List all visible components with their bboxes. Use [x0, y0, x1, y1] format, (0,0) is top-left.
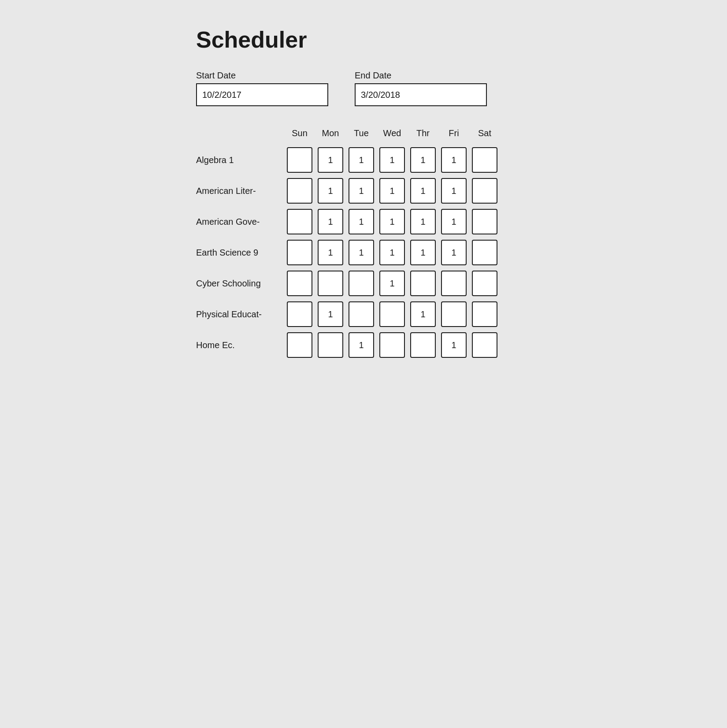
course-label-3: Earth Science 9 [196, 243, 284, 262]
cell-4-4[interactable] [410, 271, 436, 296]
scheduler-container: Scheduler Start Date End Date SunMonTueW… [196, 26, 531, 360]
cell-6-3[interactable] [379, 332, 405, 358]
cell-2-5[interactable]: 1 [441, 209, 467, 234]
cell-6-5[interactable]: 1 [441, 332, 467, 358]
cell-1-6[interactable] [472, 178, 497, 204]
course-label-6: Home Ec. [196, 336, 284, 355]
end-date-field: End Date [355, 71, 487, 106]
cell-4-0[interactable] [287, 271, 312, 296]
start-date-label: Start Date [196, 71, 328, 81]
day-header: Sun [284, 128, 315, 145]
cell-4-3[interactable]: 1 [379, 271, 405, 296]
page-title: Scheduler [196, 26, 531, 53]
day-header: Wed [377, 128, 408, 145]
end-date-label: End Date [355, 71, 487, 81]
cell-1-1[interactable]: 1 [318, 178, 343, 204]
day-header: Mon [315, 128, 346, 145]
cell-1-5[interactable]: 1 [441, 178, 467, 204]
cell-0-0[interactable] [287, 147, 312, 173]
cell-6-0[interactable] [287, 332, 312, 358]
start-date-field: Start Date [196, 71, 328, 106]
cell-6-4[interactable] [410, 332, 436, 358]
cell-1-2[interactable]: 1 [349, 178, 374, 204]
cell-3-1[interactable]: 1 [318, 240, 343, 265]
cell-4-1[interactable] [318, 271, 343, 296]
cell-3-2[interactable]: 1 [349, 240, 374, 265]
cell-0-6[interactable] [472, 147, 497, 173]
course-label-4: Cyber Schooling [196, 274, 284, 293]
cell-0-4[interactable]: 1 [410, 147, 436, 173]
cell-2-2[interactable]: 1 [349, 209, 374, 234]
cell-3-4[interactable]: 1 [410, 240, 436, 265]
cell-6-6[interactable] [472, 332, 497, 358]
cell-0-2[interactable]: 1 [349, 147, 374, 173]
cell-0-3[interactable]: 1 [379, 147, 405, 173]
day-header: Tue [346, 128, 377, 145]
cell-6-1[interactable] [318, 332, 343, 358]
cell-5-1[interactable]: 1 [318, 301, 343, 327]
cell-5-3[interactable] [379, 301, 405, 327]
cell-1-0[interactable] [287, 178, 312, 204]
course-label-2: American Gove- [196, 212, 284, 231]
day-header: Sat [469, 128, 500, 145]
schedule-grid: SunMonTueWedThrFriSatAlgebra 111111Ameri… [196, 128, 531, 360]
cell-2-3[interactable]: 1 [379, 209, 405, 234]
cell-5-5[interactable] [441, 301, 467, 327]
course-label-1: American Liter- [196, 182, 284, 201]
cell-3-6[interactable] [472, 240, 497, 265]
cell-5-6[interactable] [472, 301, 497, 327]
day-header: Fri [438, 128, 469, 145]
cell-6-2[interactable]: 1 [349, 332, 374, 358]
course-label-5: Physical Educat- [196, 305, 284, 324]
cell-0-1[interactable]: 1 [318, 147, 343, 173]
cell-5-0[interactable] [287, 301, 312, 327]
cell-1-4[interactable]: 1 [410, 178, 436, 204]
dates-row: Start Date End Date [196, 71, 531, 106]
cell-4-5[interactable] [441, 271, 467, 296]
cell-2-1[interactable]: 1 [318, 209, 343, 234]
cell-3-5[interactable]: 1 [441, 240, 467, 265]
cell-2-6[interactable] [472, 209, 497, 234]
cell-5-4[interactable]: 1 [410, 301, 436, 327]
cell-4-2[interactable] [349, 271, 374, 296]
cell-3-0[interactable] [287, 240, 312, 265]
cell-0-5[interactable]: 1 [441, 147, 467, 173]
cell-2-0[interactable] [287, 209, 312, 234]
cell-2-4[interactable]: 1 [410, 209, 436, 234]
cell-3-3[interactable]: 1 [379, 240, 405, 265]
day-header: Thr [408, 128, 438, 145]
cell-5-2[interactable] [349, 301, 374, 327]
cell-1-3[interactable]: 1 [379, 178, 405, 204]
cell-4-6[interactable] [472, 271, 497, 296]
start-date-input[interactable] [196, 83, 328, 106]
course-label-0: Algebra 1 [196, 151, 284, 170]
end-date-input[interactable] [355, 83, 487, 106]
